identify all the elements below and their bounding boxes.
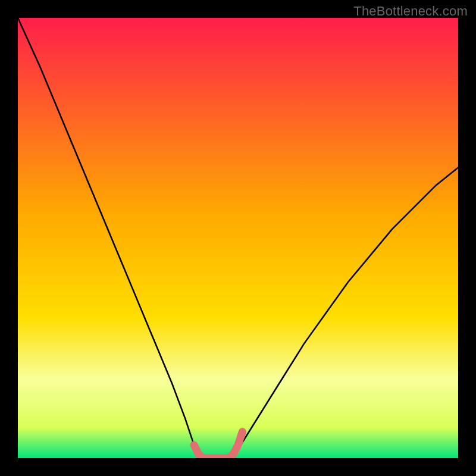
gradient-background <box>18 18 458 458</box>
watermark-text: TheBottleneck.com <box>353 4 468 19</box>
bottleneck-chart <box>18 18 458 458</box>
chart-frame: TheBottleneck.com <box>0 0 476 476</box>
